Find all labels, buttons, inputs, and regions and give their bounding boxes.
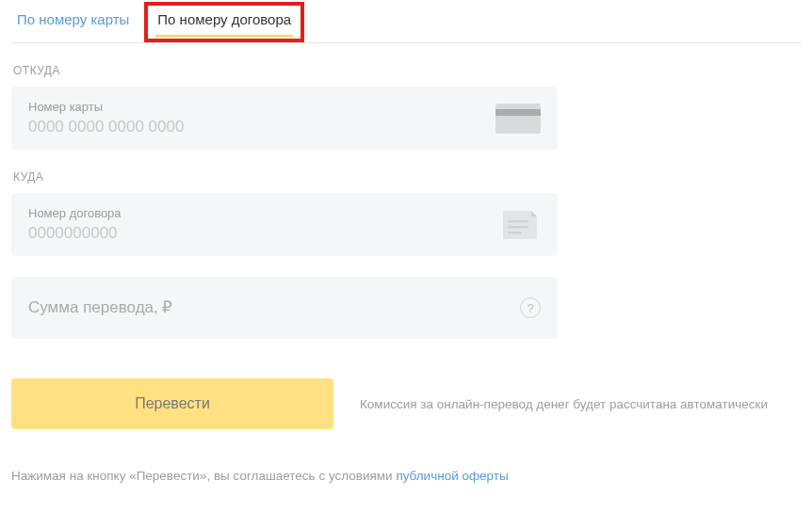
svg-rect-3 [508,226,528,229]
document-icon [499,209,541,241]
amount-input-box[interactable]: ? [11,277,558,339]
tab-by-card[interactable]: По номеру карты [11,8,144,42]
svg-rect-2 [508,220,528,223]
to-contract-input[interactable] [28,224,499,243]
from-input-inner: Номер карты [28,100,495,136]
to-input-label: Номер договора [28,206,499,220]
to-section-label: КУДА [13,170,801,184]
transfer-button[interactable]: Перевести [11,378,333,429]
to-input-inner: Номер договора [28,206,499,243]
commission-text: Комиссия за онлайн-перевод денег будет р… [360,397,768,411]
public-offer-link[interactable]: публичной оферты [396,469,508,483]
card-icon [495,104,541,134]
svg-rect-4 [508,232,521,234]
to-contract-input-box[interactable]: Номер договора [11,193,558,256]
from-section-label: ОТКУДА [13,64,801,77]
tab-by-contract-highlight: По номеру договора [144,2,304,42]
from-card-input-box[interactable]: Номер карты [11,87,558,150]
tab-by-contract[interactable]: По номеру договора [148,8,300,37]
svg-rect-0 [495,104,541,134]
help-icon[interactable]: ? [520,297,541,318]
agreement-prefix: Нажимая на кнопку «Перевести», вы соглаш… [11,469,396,483]
from-input-label: Номер карты [28,100,495,114]
tabs-container: По номеру карты По номеру договора [11,8,801,43]
action-row: Перевести Комиссия за онлайн-перевод ден… [11,378,801,429]
agreement-text: Нажимая на кнопку «Перевести», вы соглаш… [11,469,801,483]
from-card-input[interactable] [28,118,495,136]
amount-input[interactable] [28,298,520,317]
svg-rect-1 [495,109,541,116]
